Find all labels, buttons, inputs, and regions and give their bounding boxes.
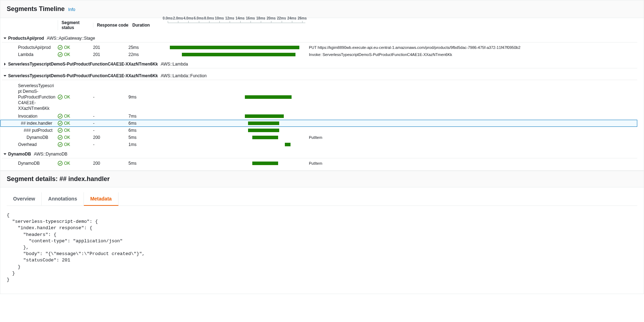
segments-timeline-title: Segments Timeline [7, 5, 65, 13]
info-link[interactable]: Info [68, 7, 75, 12]
timeline-column-headers: Segment status Response code Duration 0.… [0, 18, 644, 32]
group-header[interactable]: ProductsApi/prodAWS::ApiGateway::Stage [2, 32, 637, 43]
segment-duration: 5ms [128, 161, 164, 166]
segment-response-code: - [93, 114, 128, 119]
group-name: ServerlessTypescriptDemoS-PutProductFunc… [8, 62, 158, 67]
segment-name: DynamoDB [0, 135, 58, 140]
segment-row[interactable]: OverheadOK-1ms [0, 141, 637, 148]
segments-timeline-header: Segments Timeline Info [0, 0, 644, 18]
segment-duration: 6ms [128, 121, 164, 126]
tab-annotations[interactable]: Annotations [42, 192, 84, 205]
segment-bar-zone [164, 162, 305, 165]
segment-details-body: OverviewAnnotationsMetadata { "serverles… [0, 187, 644, 294]
col-header-duration: Duration [128, 23, 164, 28]
segment-response-code: - [93, 121, 128, 126]
group-type: AWS::ApiGateway::Stage [47, 36, 95, 41]
segment-status: OK [58, 45, 93, 50]
segment-response-code: 201 [93, 45, 128, 50]
col-header-status: Segment status [58, 20, 93, 30]
axis-tick-label: 2.0ms [173, 16, 183, 20]
segment-trail-label: PUT https://kgim8890wb.execute-api.eu-ce… [305, 45, 637, 50]
segment-duration: 5ms [128, 135, 164, 140]
axis-tick-label: 10ms [215, 16, 224, 20]
svg-point-6 [58, 135, 62, 140]
status-ok-icon [58, 121, 63, 126]
caret-down-icon[interactable] [3, 74, 7, 78]
segment-row[interactable]: InvocationOK-7ms [0, 113, 637, 120]
segment-bar [252, 162, 278, 165]
segment-duration: 6ms [128, 128, 164, 133]
segment-bar-zone [164, 46, 305, 49]
caret-down-icon[interactable] [3, 152, 7, 156]
group-header[interactable]: ServerlessTypescriptDemoS-PutProductFunc… [2, 70, 637, 80]
segments-timeline-body: Segment status Response code Duration 0.… [0, 18, 644, 171]
col-header-code: Response code [93, 23, 128, 28]
axis-tick-label: 8.0ms [204, 16, 214, 20]
tab-overview[interactable]: Overview [7, 192, 42, 205]
segment-status: OK [58, 161, 93, 166]
axis-tick-label: 6.0ms [194, 16, 204, 20]
group-header[interactable]: DynamoDBAWS::DynamoDB [2, 148, 637, 158]
segment-duration: 1ms [128, 142, 164, 147]
segment-row[interactable]: DynamoDBOK2005msPutItem [0, 160, 637, 167]
segment-status: OK [58, 128, 93, 133]
segment-bar [248, 122, 279, 125]
segment-bar-zone [164, 143, 305, 146]
status-ok-icon [58, 52, 63, 57]
axis-tick-label: 20ms [267, 16, 276, 20]
segment-row[interactable]: ### putProductOK-6ms [0, 127, 637, 134]
axis-tick-label: 18ms [256, 16, 265, 20]
segment-row[interactable]: ServerlessTypescript DemoS- PutProductFu… [0, 81, 637, 113]
tab-metadata[interactable]: Metadata [84, 192, 119, 206]
segment-bar-zone [164, 129, 305, 132]
status-ok-icon [58, 161, 63, 166]
segment-name: DynamoDB [0, 161, 58, 166]
segment-duration: 7ms [128, 114, 164, 119]
axis-tick-label: 26ms [298, 16, 307, 20]
svg-point-8 [58, 161, 62, 165]
segment-response-code: 201 [93, 52, 128, 57]
caret-down-icon[interactable] [3, 36, 7, 40]
group-type: AWS::DynamoDB [34, 152, 68, 157]
segment-status: OK [58, 135, 93, 140]
segment-name: Invocation [0, 114, 58, 119]
segment-response-code: - [93, 142, 128, 147]
segment-bar-zone [164, 114, 305, 118]
segment-bar [252, 136, 278, 139]
segment-trail-label: PutItem [305, 135, 637, 140]
segment-row[interactable]: ## index.handlerOK-6ms [0, 120, 637, 127]
caret-right-icon[interactable] [3, 62, 7, 66]
segment-response-code: - [93, 95, 128, 100]
axis-tick-label: 24ms [287, 16, 297, 20]
axis-tick-label: 16ms [246, 16, 255, 20]
svg-point-5 [58, 128, 62, 132]
segment-name: ## index.handler [0, 121, 58, 126]
svg-point-3 [58, 114, 62, 118]
axis-tick-label: 12ms [225, 16, 235, 20]
segment-name: ### putProduct [0, 128, 58, 133]
metadata-json: { "serverless-typescript-demo": { "index… [7, 212, 637, 283]
segment-bar [170, 46, 299, 49]
segment-details-tabs: OverviewAnnotationsMetadata [7, 192, 637, 206]
group-header[interactable]: ServerlessTypescriptDemoS-PutProductFunc… [2, 58, 637, 68]
status-ok-icon [58, 128, 63, 133]
axis-tick-label: 0.0ms [163, 16, 173, 20]
status-ok-icon [58, 114, 63, 119]
segment-response-code: 200 [93, 161, 128, 166]
segment-duration: 22ms [128, 52, 164, 57]
segment-response-code: 200 [93, 135, 128, 140]
segment-details-prefix: Segment details: [7, 175, 59, 182]
svg-point-2 [58, 95, 62, 99]
axis-tick-label: 4.0ms [183, 16, 193, 20]
segment-bar [248, 129, 279, 132]
svg-point-7 [58, 142, 62, 147]
segment-row[interactable]: LambdaOK20122msInvoke: ServerlessTypescr… [0, 51, 637, 58]
segment-row[interactable]: ProductsApi/prodOK20125msPUT https://kgi… [0, 44, 637, 51]
segment-bar [182, 53, 296, 56]
svg-point-1 [58, 52, 62, 57]
segment-row[interactable]: DynamoDBOK2005msPutItem [0, 134, 637, 141]
segment-bar [285, 143, 291, 146]
segment-status: OK [58, 95, 93, 100]
status-ok-icon [58, 142, 63, 147]
segment-bar-zone [164, 136, 305, 139]
